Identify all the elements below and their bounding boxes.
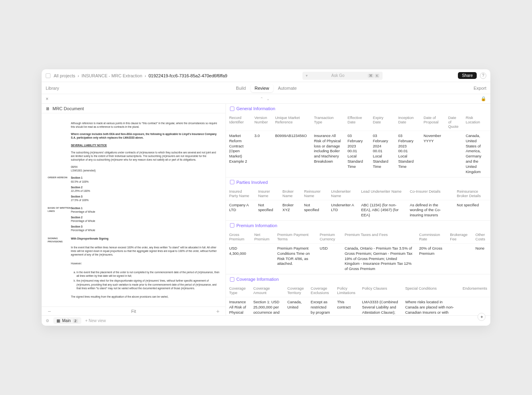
col-header: Special Conditions <box>402 284 459 297</box>
zoom-label[interactable]: Fit <box>131 309 136 314</box>
section-icon <box>230 107 234 111</box>
section-premium: Premium Information Gross PremiumNet Pre… <box>226 221 490 274</box>
search-wrap: ▾ Ask Go ⌘K <box>230 72 455 80</box>
col-header: Commission Rate <box>416 230 447 244</box>
close-icon[interactable]: × <box>46 96 48 102</box>
library-label[interactable]: Library <box>46 86 59 91</box>
cell[interactable]: LMA3333 (Combined Several Liability and … <box>359 297 402 316</box>
zoom-out-button[interactable]: − <box>48 308 51 314</box>
view-main[interactable]: ▦Main 2 <box>53 317 81 324</box>
col-header: Lead Underwriter Name <box>358 187 407 200</box>
col-header: Insurer Name <box>255 187 279 200</box>
cell[interactable]: As defined in the wording of the Co-insu… <box>407 200 453 220</box>
cell[interactable]: Section 1: USD 25,000,000 per occurrence… <box>250 297 284 316</box>
cell[interactable]: 3.0 <box>251 131 272 177</box>
cell[interactable]: Where risks located in Canada are placed… <box>402 297 459 316</box>
cell[interactable]: Canada, Ontario - Premium Tax 3.5% of Gr… <box>341 243 416 274</box>
col-header: Premium Payment Terms <box>274 230 316 244</box>
footer: ⚙ ▦Main 2 + New view <box>42 315 490 326</box>
col-header: Risk Location <box>462 113 490 131</box>
zoom-bar: − Fit + <box>42 306 226 315</box>
col-header: Inception Date <box>395 113 420 131</box>
search-placeholder: Ask Go <box>331 73 345 78</box>
cell[interactable]: Company A LTD <box>226 200 255 220</box>
col-header: Brokerage Fee <box>447 230 472 244</box>
tab-review[interactable]: Review <box>251 84 273 92</box>
cell[interactable]: Insurance All Risk of Physical <box>226 297 250 316</box>
breadcrumb: All projects› INSURANCE - MRC Extraction… <box>54 73 227 78</box>
cell[interactable]: 03 February 2024 00.01 Local Standard Ti… <box>370 131 395 177</box>
cell[interactable]: Except as restricted by program sub-limi… <box>308 297 334 316</box>
search-input[interactable]: ▾ Ask Go ⌘K <box>302 72 383 80</box>
cell[interactable] <box>459 297 490 316</box>
cell[interactable]: November YYYY <box>420 131 445 177</box>
crumb-root[interactable]: All projects <box>54 73 75 78</box>
section-icon <box>230 180 234 184</box>
tab-build[interactable]: Build <box>232 84 250 92</box>
cell[interactable]: Not specified <box>453 200 490 220</box>
col-header: Underwriter Name <box>328 187 358 200</box>
cell[interactable]: 20% of Gross Premium <box>416 243 447 274</box>
cell[interactable]: 03 February 2023 00.01 Local Standard Ti… <box>395 131 420 177</box>
cell[interactable]: 03 February 2023 00.01 Local Standard Ti… <box>344 131 369 177</box>
cell[interactable]: USD <box>316 243 341 274</box>
doc-title: MRC Document <box>52 106 84 111</box>
col-header: Broker Name <box>279 187 301 200</box>
share-button[interactable]: Share <box>458 72 477 79</box>
cell[interactable]: Canada, United <box>284 297 307 316</box>
help-icon[interactable]: ? <box>480 73 486 79</box>
cell[interactable]: USD 4,300,000 <box>226 243 251 274</box>
subbar: × ⌃⌄ 🔒 <box>42 94 490 104</box>
cell[interactable]: None <box>472 243 490 274</box>
crumb-project[interactable]: INSURANCE - MRC Extraction <box>81 73 142 78</box>
col-header: Unique Market Reference <box>272 113 311 131</box>
col-header: Other Costs <box>472 230 490 244</box>
sidebar-toggle-icon[interactable] <box>46 73 50 78</box>
col-header: Coverage Amount <box>250 284 284 297</box>
zoom-in-button[interactable]: + <box>216 308 220 314</box>
doc-content[interactable]: Although reference is made at various po… <box>42 113 226 306</box>
export-button[interactable]: Export <box>474 86 486 91</box>
section-general: General Information Record IdentifierVer… <box>226 104 490 177</box>
cell[interactable]: This contract <box>334 297 359 316</box>
col-header: Gross Premium <box>226 230 251 244</box>
cell[interactable] <box>251 243 274 274</box>
up-icon[interactable]: ⌃ <box>260 97 263 101</box>
cell[interactable] <box>445 131 463 177</box>
section-coverage: Coverage Information Coverage TypeCovera… <box>226 274 490 315</box>
col-header: Reinsurance Broker Details <box>453 187 490 200</box>
cell[interactable]: B0999AB123456O <box>272 131 311 177</box>
col-header: Expiry Date <box>370 113 395 131</box>
col-header: Premium Currency <box>316 230 341 244</box>
topbar: All projects› INSURANCE - MRC Extraction… <box>42 69 490 82</box>
cell[interactable] <box>447 243 472 274</box>
cell[interactable]: Market Reform Contract (Open Market) Exa… <box>226 131 251 177</box>
app-window: All projects› INSURANCE - MRC Extraction… <box>42 69 490 326</box>
lock-icon[interactable]: 🔒 <box>481 96 486 101</box>
new-view-button[interactable]: + New view <box>85 318 106 323</box>
cell[interactable]: ABC (1234) (for non-EEA), ABC (4567) (fo… <box>358 200 407 220</box>
cell[interactable]: Canada, United States of America, German… <box>462 131 490 177</box>
cell[interactable]: Not specified <box>301 200 328 220</box>
cell[interactable]: Premium Payment Conditions Time on Risk … <box>274 243 316 274</box>
section-icon <box>230 223 234 228</box>
filter-icon[interactable]: ⚙ <box>46 318 49 323</box>
cell[interactable]: Not specified <box>255 200 279 220</box>
tab-automate[interactable]: Automate <box>274 84 301 92</box>
col-header: Coverage Territory <box>284 284 307 297</box>
tabbar: Library Build Review Automate Export <box>42 82 490 94</box>
col-header: Premium Taxes and Fees <box>341 230 416 244</box>
down-icon[interactable]: ⌄ <box>266 97 270 101</box>
section-parties: Parties Involved Insured Party NameInsur… <box>226 177 490 221</box>
cell[interactable]: Underwriter A LTD <box>328 200 358 220</box>
fab-button[interactable]: ✦ <box>478 313 486 321</box>
col-header: Reinsurer Name <box>301 187 328 200</box>
data-panel[interactable]: General Information Record IdentifierVer… <box>226 104 490 315</box>
col-header: Net Premium <box>251 230 274 244</box>
cell[interactable]: Broker XYZ <box>279 200 301 220</box>
crumb-item[interactable]: 01922419-fcc6-7316-85a2-470ed6f6ffa9 <box>149 73 228 78</box>
file-icon: 🗎 <box>46 106 50 111</box>
cell[interactable]: Insurance All Risk of Physical loss or d… <box>311 131 345 177</box>
col-header: Coverage Exclusions <box>308 284 334 297</box>
col-header: Coverage Type <box>226 284 250 297</box>
